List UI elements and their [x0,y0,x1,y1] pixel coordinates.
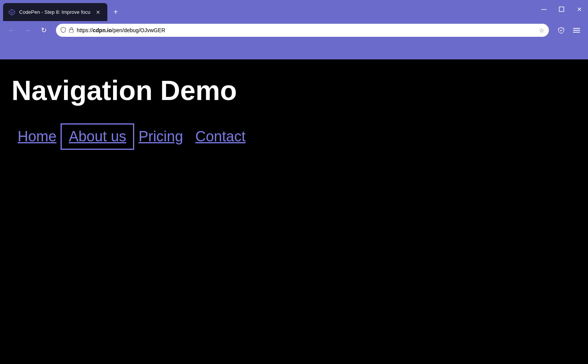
nav-link-about[interactable]: About us [62,125,132,148]
nav-link-home[interactable]: Home [11,125,62,148]
url-path: /pen/debug/OJvwGER [112,27,165,33]
pocket-icon-button[interactable] [554,23,568,37]
minimize-button[interactable]: ─ [535,0,553,18]
url-domain: cdpn.io [93,27,112,33]
new-tab-button[interactable]: + [109,5,123,19]
svg-rect-1 [559,7,564,11]
nav-link-contact[interactable]: Contact [189,125,252,148]
active-tab[interactable]: CodePen - Step 8: Improve focu ✕ [3,3,107,21]
navigation: Home About us Pricing Contact [11,125,577,148]
page-title: Navigation Demo [11,75,577,106]
toolbar-right [554,23,583,37]
window-controls: ─ ✕ [535,0,588,18]
svg-rect-2 [69,30,73,33]
address-bar[interactable]: https://cdpn.io/pen/debug/OJvwGER ☆ [56,24,549,37]
forward-button[interactable]: → [21,23,34,37]
url-prefix: https:// [77,27,93,33]
toolbar: ← → ↻ https://cdpn.io/pen/debug/OJvwGER … [0,21,588,39]
close-button[interactable]: ✕ [570,0,588,18]
back-button[interactable]: ← [5,23,18,37]
shield-icon [61,27,66,34]
browser-chrome: CodePen - Step 8: Improve focu ✕ + ─ ✕ ←… [0,0,588,59]
nav-link-pricing[interactable]: Pricing [132,125,189,148]
menu-button[interactable] [570,23,583,37]
tab-title: CodePen - Step 8: Improve focu [19,9,90,15]
address-text: https://cdpn.io/pen/debug/OJvwGER [77,27,536,33]
page-content: Navigation Demo Home About us Pricing Co… [0,59,588,364]
bookmark-star-icon[interactable]: ☆ [539,27,544,34]
tab-bar: CodePen - Step 8: Improve focu ✕ + ─ ✕ [0,0,588,21]
maximize-button[interactable] [553,0,570,18]
tab-close-button[interactable]: ✕ [94,8,102,16]
lock-icon [69,27,74,34]
refresh-button[interactable]: ↻ [37,23,51,37]
codepen-icon [8,9,15,16]
